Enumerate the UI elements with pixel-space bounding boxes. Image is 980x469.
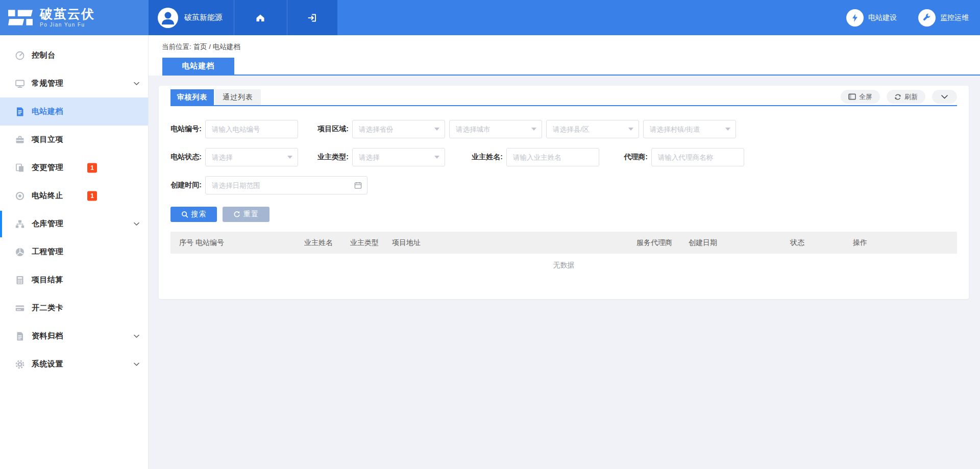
sidebar-item-engineering-mgmt[interactable]: 工程管理 (0, 238, 148, 266)
sidebar-item-system-settings[interactable]: 系统设置 (0, 350, 148, 378)
username-label: 破茧新能源 (184, 13, 223, 22)
gear-icon (15, 359, 25, 369)
agent-field (651, 148, 744, 166)
module-label: 电站建设 (868, 13, 897, 22)
brand-title: 破茧云伏 (40, 8, 95, 20)
avatar-icon (158, 8, 178, 28)
sidebar-item-label: 项目立项 (32, 135, 63, 144)
tab-passed-list[interactable]: 通过列表 (215, 89, 261, 105)
header-user-section: 破茧新能源 (149, 0, 337, 35)
refresh-icon (894, 93, 901, 101)
module-station-build[interactable]: 电站建设 (846, 9, 897, 27)
wrench-icon (918, 9, 936, 27)
col-actions: 操作 (853, 238, 955, 248)
panel-tools: 全屏 刷新 (841, 89, 957, 104)
owner-name-input[interactable] (506, 148, 599, 166)
province-select[interactable] (352, 120, 445, 138)
panel-card: 审核列表 通过列表 全屏 (159, 86, 969, 299)
credit-card-icon (15, 303, 25, 313)
sidebar-item-station-filing[interactable]: 电站建档 (0, 97, 148, 126)
sidebar-item-label: 变更管理 (32, 163, 63, 172)
fullscreen-button[interactable]: 全屏 (841, 90, 880, 104)
sidebar-item-project-initiation[interactable]: 项目立项 (0, 126, 148, 154)
calculator-icon (15, 275, 25, 285)
col-project-address: 项目地址 (392, 238, 636, 248)
station-status-label: 电站状态: (170, 153, 205, 162)
sidebar-item-warehouse-mgmt[interactable]: 仓库管理 (0, 210, 148, 238)
county-select[interactable] (546, 120, 639, 138)
sidebar-item-label: 仓库管理 (32, 219, 63, 229)
city-select[interactable] (449, 120, 542, 138)
search-button[interactable]: 搜索 (170, 207, 217, 222)
copy-icon (15, 163, 25, 173)
sidebar-item-label: 电站建档 (32, 107, 63, 116)
empty-state-text: 无数据 (159, 261, 969, 270)
notification-badge: 1 (87, 163, 97, 172)
owner-name-label: 业主姓名: (471, 153, 506, 162)
sidebar-item-label: 控制台 (32, 51, 56, 60)
county-field (546, 120, 639, 138)
logout-icon (307, 13, 318, 23)
reset-button[interactable]: 重置 (223, 207, 270, 222)
sidebar-item-open-type2-card[interactable]: 开二类卡 (0, 294, 148, 322)
sidebar-item-label: 资料归档 (32, 331, 63, 341)
village-select[interactable] (643, 120, 736, 138)
page-tab-underline (162, 75, 980, 76)
sidebar-item-change-mgmt[interactable]: 变更管理 1 (0, 154, 148, 182)
pie-chart-icon (15, 247, 25, 257)
notification-badge: 1 (87, 191, 97, 201)
owner-type-field (352, 148, 445, 166)
panel-tabs: 审核列表 通过列表 全屏 (170, 89, 957, 106)
sidebar-item-label: 电站终止 (32, 191, 63, 201)
file-icon (15, 331, 25, 341)
main-content: 当前位置: 首页 / 电站建档 电站建档 审核列表 通过列表 全屏 (149, 35, 980, 469)
station-status-select[interactable] (205, 148, 298, 166)
collapse-button[interactable] (932, 90, 957, 104)
search-icon (181, 211, 188, 218)
date-range-input[interactable] (205, 176, 368, 194)
module-monitor-ops[interactable]: 监控运维 (918, 9, 969, 27)
dashboard-icon (15, 51, 25, 61)
station-no-input[interactable] (205, 120, 298, 138)
sidebar-item-project-settlement[interactable]: 项目结算 (0, 266, 148, 294)
sidebar-item-label: 工程管理 (32, 247, 63, 257)
refresh-button[interactable]: 刷新 (887, 90, 925, 104)
filter-row-1: 电站编号: 项目区域: (170, 120, 957, 138)
chevron-down-icon (134, 222, 139, 226)
header-modules: 电站建设 监控运维 (337, 0, 980, 35)
brand-text: 破茧云伏 Po Jian Yun Fu (40, 8, 95, 28)
sidebar-item-label: 系统设置 (32, 359, 63, 369)
filter-row-3: 创建时间: (170, 176, 957, 194)
page-tab-station-filing[interactable]: 电站建档 (162, 58, 234, 75)
filter-row-2: 电站状态: 业主类型: 业主姓名: 代理商: (170, 148, 957, 166)
logout-button[interactable] (287, 0, 337, 35)
user-menu[interactable]: 破茧新能源 (149, 0, 234, 35)
brand-logo: 破茧云伏 Po Jian Yun Fu (0, 0, 149, 35)
province-field (352, 120, 445, 138)
col-service-agent: 服务代理商 (636, 238, 689, 248)
sidebar: 控制台 常规管理 电站建档 (0, 35, 149, 469)
col-owner-type: 业主类型 (350, 238, 392, 248)
breadcrumb-bar: 当前位置: 首页 / 电站建档 电站建档 (149, 35, 980, 76)
tab-review-list[interactable]: 审核列表 (170, 89, 214, 105)
document-icon (15, 107, 25, 117)
sidebar-item-station-termination[interactable]: 电站终止 1 (0, 182, 148, 210)
sidebar-item-general-mgmt[interactable]: 常规管理 (0, 69, 148, 97)
circle-dot-icon (15, 191, 25, 201)
breadcrumb: 当前位置: 首页 / 电站建档 (162, 42, 240, 52)
owner-type-select[interactable] (352, 148, 445, 166)
agent-label: 代理商: (623, 153, 651, 162)
refresh-label: 刷新 (904, 92, 918, 102)
agent-input[interactable] (651, 148, 744, 166)
owner-name-field (506, 148, 599, 166)
home-button[interactable] (234, 0, 286, 35)
col-seq: 序号 (179, 238, 195, 248)
station-no-field (205, 120, 298, 138)
sidebar-item-console[interactable]: 控制台 (0, 41, 148, 69)
app-root: 破茧云伏 Po Jian Yun Fu 破茧新能源 (0, 0, 980, 469)
sidebar-item-data-archive[interactable]: 资料归档 (0, 322, 148, 350)
chevron-down-icon (134, 334, 139, 338)
village-field (643, 120, 736, 138)
sidebar-item-label: 常规管理 (32, 79, 63, 88)
breadcrumb-path[interactable]: 首页 / 电站建档 (193, 43, 240, 51)
